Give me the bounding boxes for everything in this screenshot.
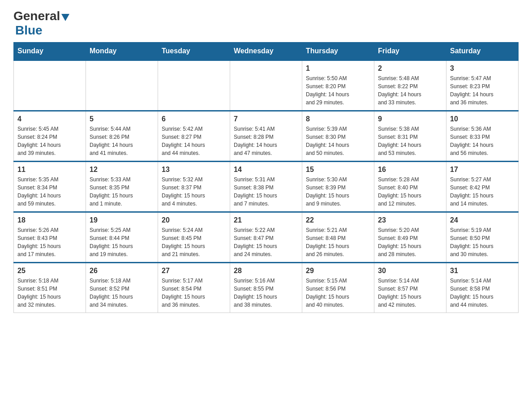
calendar-week-4: 18Sunrise: 5:26 AMSunset: 8:43 PMDayligh…: [14, 212, 519, 263]
calendar-cell: 13Sunrise: 5:32 AMSunset: 8:37 PMDayligh…: [158, 162, 230, 212]
day-info: Sunrise: 5:19 AMSunset: 8:50 PMDaylight:…: [450, 226, 515, 258]
day-info: Sunrise: 5:38 AMSunset: 8:31 PMDaylight:…: [378, 125, 442, 157]
calendar-week-2: 4Sunrise: 5:45 AMSunset: 8:24 PMDaylight…: [14, 111, 519, 162]
calendar-cell: 28Sunrise: 5:16 AMSunset: 8:55 PMDayligh…: [230, 263, 302, 313]
day-number: 3: [450, 64, 515, 73]
calendar-cell: 4Sunrise: 5:45 AMSunset: 8:24 PMDaylight…: [14, 111, 86, 162]
day-number: 7: [234, 115, 298, 123]
day-number: 5: [90, 115, 154, 123]
calendar-header-wednesday: Wednesday: [230, 43, 302, 60]
day-number: 6: [162, 115, 226, 123]
calendar-cell: 29Sunrise: 5:15 AMSunset: 8:56 PMDayligh…: [302, 263, 374, 313]
calendar-cell: 6Sunrise: 5:42 AMSunset: 8:27 PMDaylight…: [158, 111, 230, 162]
day-info: Sunrise: 5:41 AMSunset: 8:28 PMDaylight:…: [234, 125, 298, 157]
calendar-cell: [158, 60, 230, 111]
day-number: 13: [162, 166, 226, 174]
day-info: Sunrise: 5:35 AMSunset: 8:34 PMDaylight:…: [17, 176, 82, 208]
calendar-week-5: 25Sunrise: 5:18 AMSunset: 8:51 PMDayligh…: [14, 263, 519, 313]
day-number: 25: [17, 267, 82, 275]
day-info: Sunrise: 5:28 AMSunset: 8:40 PMDaylight:…: [378, 176, 442, 208]
day-info: Sunrise: 5:31 AMSunset: 8:38 PMDaylight:…: [234, 176, 298, 208]
calendar-cell: 19Sunrise: 5:25 AMSunset: 8:44 PMDayligh…: [86, 212, 158, 263]
day-info: Sunrise: 5:14 AMSunset: 8:58 PMDaylight:…: [450, 277, 515, 309]
calendar-header-sunday: Sunday: [14, 43, 86, 60]
day-number: 4: [17, 115, 82, 123]
calendar-cell: 31Sunrise: 5:14 AMSunset: 8:58 PMDayligh…: [446, 263, 519, 313]
day-info: Sunrise: 5:33 AMSunset: 8:35 PMDaylight:…: [90, 176, 154, 208]
calendar-cell: 5Sunrise: 5:44 AMSunset: 8:26 PMDaylight…: [86, 111, 158, 162]
day-info: Sunrise: 5:16 AMSunset: 8:55 PMDaylight:…: [234, 277, 298, 309]
logo-general: General: [13, 9, 60, 23]
day-info: Sunrise: 5:39 AMSunset: 8:30 PMDaylight:…: [306, 125, 370, 157]
day-info: Sunrise: 5:45 AMSunset: 8:24 PMDaylight:…: [17, 125, 82, 157]
day-number: 11: [17, 166, 82, 174]
calendar-cell: 15Sunrise: 5:30 AMSunset: 8:39 PMDayligh…: [302, 162, 374, 212]
day-info: Sunrise: 5:15 AMSunset: 8:56 PMDaylight:…: [306, 277, 370, 309]
day-info: Sunrise: 5:48 AMSunset: 8:22 PMDaylight:…: [378, 74, 442, 107]
calendar-cell: 20Sunrise: 5:24 AMSunset: 8:45 PMDayligh…: [158, 212, 230, 263]
day-info: Sunrise: 5:18 AMSunset: 8:52 PMDaylight:…: [90, 277, 154, 309]
day-number: 8: [306, 115, 370, 123]
calendar-cell: 11Sunrise: 5:35 AMSunset: 8:34 PMDayligh…: [14, 162, 86, 212]
day-info: Sunrise: 5:36 AMSunset: 8:33 PMDaylight:…: [450, 125, 515, 157]
day-number: 14: [234, 166, 298, 174]
day-number: 15: [306, 166, 370, 174]
day-number: 10: [450, 115, 515, 123]
day-number: 20: [162, 216, 226, 224]
day-number: 19: [90, 216, 154, 224]
day-info: Sunrise: 5:17 AMSunset: 8:54 PMDaylight:…: [162, 277, 226, 309]
day-number: 16: [378, 166, 442, 174]
calendar-table: SundayMondayTuesdayWednesdayThursdayFrid…: [13, 42, 519, 313]
day-number: 12: [90, 166, 154, 174]
calendar-cell: 12Sunrise: 5:33 AMSunset: 8:35 PMDayligh…: [86, 162, 158, 212]
day-info: Sunrise: 5:24 AMSunset: 8:45 PMDaylight:…: [162, 226, 226, 258]
day-info: Sunrise: 5:50 AMSunset: 8:20 PMDaylight:…: [306, 74, 370, 107]
day-number: 30: [378, 267, 442, 275]
calendar-header-row: SundayMondayTuesdayWednesdayThursdayFrid…: [14, 43, 519, 60]
calendar-header-monday: Monday: [86, 43, 158, 60]
day-number: 9: [378, 115, 442, 123]
logo-blue: Blue: [15, 23, 43, 37]
calendar-cell: 22Sunrise: 5:21 AMSunset: 8:48 PMDayligh…: [302, 212, 374, 263]
day-number: 31: [450, 267, 515, 275]
day-info: Sunrise: 5:25 AMSunset: 8:44 PMDaylight:…: [90, 226, 154, 258]
day-info: Sunrise: 5:27 AMSunset: 8:42 PMDaylight:…: [450, 176, 515, 208]
calendar-cell: 27Sunrise: 5:17 AMSunset: 8:54 PMDayligh…: [158, 263, 230, 313]
calendar-cell: 9Sunrise: 5:38 AMSunset: 8:31 PMDaylight…: [374, 111, 446, 162]
calendar-header-friday: Friday: [374, 43, 446, 60]
day-info: Sunrise: 5:42 AMSunset: 8:27 PMDaylight:…: [162, 125, 226, 157]
day-number: 1: [306, 64, 370, 73]
day-info: Sunrise: 5:14 AMSunset: 8:57 PMDaylight:…: [378, 277, 442, 309]
calendar-cell: 14Sunrise: 5:31 AMSunset: 8:38 PMDayligh…: [230, 162, 302, 212]
calendar-cell: [86, 60, 158, 111]
day-info: Sunrise: 5:47 AMSunset: 8:23 PMDaylight:…: [450, 74, 515, 107]
calendar-header-tuesday: Tuesday: [158, 43, 230, 60]
day-number: 29: [306, 267, 370, 275]
day-number: 2: [378, 64, 442, 73]
calendar-cell: 10Sunrise: 5:36 AMSunset: 8:33 PMDayligh…: [446, 111, 519, 162]
day-info: Sunrise: 5:32 AMSunset: 8:37 PMDaylight:…: [162, 176, 226, 208]
day-number: 21: [234, 216, 298, 224]
day-number: 28: [234, 267, 298, 275]
day-info: Sunrise: 5:20 AMSunset: 8:49 PMDaylight:…: [378, 226, 442, 258]
calendar-cell: 30Sunrise: 5:14 AMSunset: 8:57 PMDayligh…: [374, 263, 446, 313]
calendar-cell: 18Sunrise: 5:26 AMSunset: 8:43 PMDayligh…: [14, 212, 86, 263]
logo-triangle-icon: [61, 14, 69, 21]
calendar-header-saturday: Saturday: [446, 43, 519, 60]
day-info: Sunrise: 5:18 AMSunset: 8:51 PMDaylight:…: [17, 277, 82, 309]
day-info: Sunrise: 5:26 AMSunset: 8:43 PMDaylight:…: [17, 226, 82, 258]
day-info: Sunrise: 5:22 AMSunset: 8:47 PMDaylight:…: [234, 226, 298, 258]
day-number: 22: [306, 216, 370, 224]
day-number: 23: [378, 216, 442, 224]
calendar-header-thursday: Thursday: [302, 43, 374, 60]
calendar-cell: [14, 60, 86, 111]
calendar-cell: 23Sunrise: 5:20 AMSunset: 8:49 PMDayligh…: [374, 212, 446, 263]
day-info: Sunrise: 5:21 AMSunset: 8:48 PMDaylight:…: [306, 226, 370, 258]
calendar-cell: 7Sunrise: 5:41 AMSunset: 8:28 PMDaylight…: [230, 111, 302, 162]
calendar-week-3: 11Sunrise: 5:35 AMSunset: 8:34 PMDayligh…: [14, 162, 519, 212]
day-number: 27: [162, 267, 226, 275]
page-header: General Blue: [13, 9, 519, 38]
calendar-cell: 8Sunrise: 5:39 AMSunset: 8:30 PMDaylight…: [302, 111, 374, 162]
day-info: Sunrise: 5:30 AMSunset: 8:39 PMDaylight:…: [306, 176, 370, 208]
calendar-cell: 26Sunrise: 5:18 AMSunset: 8:52 PMDayligh…: [86, 263, 158, 313]
